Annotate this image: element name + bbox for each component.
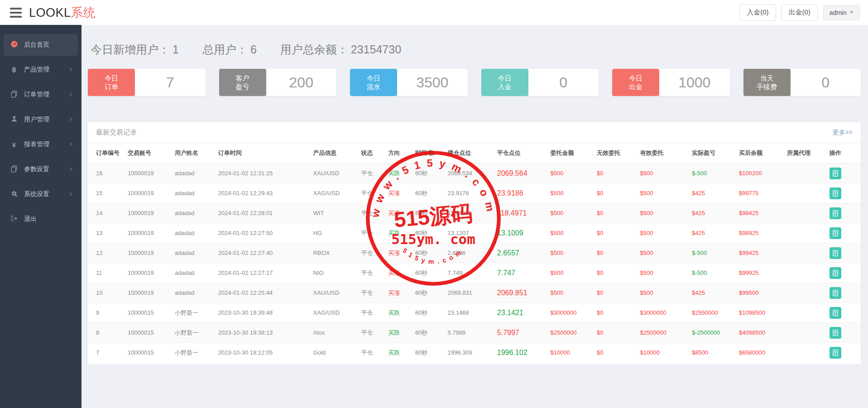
row-detail-button[interactable] — [830, 207, 841, 219]
cell-product: Atos — [311, 323, 359, 343]
row-detail-button[interactable] — [830, 307, 841, 319]
sidebar-item[interactable]: 退出 — [4, 208, 78, 230]
latest-trades-panel: 最新交易记录 更多>> 订单编号 交易账号 用户姓名 订单时间 — [88, 122, 861, 365]
sidebar-item-label: 订单管理 — [24, 91, 49, 99]
hamburger-menu-icon[interactable] — [10, 8, 22, 18]
stat-card-value: 3500 — [397, 69, 468, 96]
cell-agent — [784, 163, 827, 183]
col-header: 状态 — [358, 143, 385, 163]
row-detail-button[interactable] — [830, 247, 841, 259]
cell-close-point: 23.9186 — [494, 183, 548, 203]
logo-text-black: LOOKL — [29, 6, 71, 19]
sidebar-item[interactable]: 用户管理 — [4, 109, 78, 130]
admin-dropdown[interactable]: admin — [823, 5, 860, 20]
sidebar-item[interactable]: 参数设置 — [4, 158, 78, 180]
chevron-right-icon — [68, 66, 73, 73]
cell-invalid-entrust: $0 — [594, 303, 638, 323]
cell-duration: 60秒 — [412, 303, 445, 323]
admin-username: admin — [830, 9, 847, 16]
cell-close-point: 1996.102 — [494, 343, 548, 363]
stat-cards: 今日订单 7 客户盈亏 200 今日流水 3500 今日入金 0 今日出金 10… — [88, 69, 861, 96]
cell-account: 10000019 — [125, 163, 172, 183]
chevron-right-icon — [68, 91, 73, 98]
col-header: 交易账号 — [125, 143, 172, 163]
cell-direction: 买涨 — [385, 263, 412, 283]
cell-profit: $425 — [689, 223, 736, 243]
dashboard-icon — [9, 40, 19, 49]
table-row: 13 10000019 adadad 2024-01-02 12:27:50 H… — [88, 223, 861, 243]
table-row: 9 10000015 小野新一 2023-10-30 19:39:48 XAG/… — [88, 303, 861, 323]
sidebar-item-label: 退出 — [24, 215, 37, 223]
stat-card: 今日入金 0 — [481, 69, 599, 96]
cell-status: 平仓 — [358, 323, 385, 343]
col-header: 订单时间 — [216, 143, 311, 163]
table-row: 8 10000015 小野新一 2023-10-30 19:38:13 Atos… — [88, 323, 861, 343]
cell-valid-entrust: $2500000 — [638, 323, 689, 343]
cell-entrust-amount: $500 — [548, 283, 594, 303]
cell-actions — [827, 223, 861, 243]
cell-invalid-entrust: $0 — [594, 263, 638, 283]
cell-balance: $99775 — [736, 183, 784, 203]
cell-duration: 60秒 — [412, 223, 445, 243]
row-detail-button[interactable] — [830, 287, 841, 299]
cell-status: 平仓 — [358, 163, 385, 183]
withdraw-button[interactable]: 出金(0) — [782, 4, 818, 21]
cell-agent — [784, 343, 827, 363]
cell-valid-entrust: $500 — [638, 223, 689, 243]
cell-valid-entrust: $500 — [638, 243, 689, 263]
sidebar-item[interactable]: ฿ 产品管理 — [4, 59, 78, 81]
cell-close-point: 5.7997 — [494, 323, 548, 343]
row-detail-button[interactable] — [830, 227, 841, 239]
main-content: 今日新增用户：1 总用户：6 用户总余额：23154730 今日订单 7 客户盈… — [82, 25, 868, 408]
row-detail-button[interactable] — [830, 187, 841, 199]
sidebar-item[interactable]: 系统设置 — [4, 183, 78, 205]
cell-actions — [827, 303, 861, 323]
cell-order-time: 2024-01-02 12:27:50 — [216, 223, 311, 243]
sidebar-item[interactable]: ¥ 报表管理 — [4, 134, 78, 155]
cell-open-point: 7.749 — [445, 263, 494, 283]
stat-card-value: 1000 — [659, 69, 730, 96]
table-row: 16 10000019 adadad 2024-01-02 12:31:25 X… — [88, 163, 861, 183]
orders-icon — [9, 91, 19, 99]
sidebar-item[interactable]: 订单管理 — [4, 84, 78, 106]
cell-valid-entrust: $500 — [638, 183, 689, 203]
cell-product: RBOX — [311, 243, 359, 263]
document-lines-icon — [832, 309, 839, 317]
cell-order-id: 10 — [88, 283, 125, 303]
cell-agent — [784, 283, 827, 303]
col-header: 无效委托 — [594, 143, 638, 163]
cell-agent — [784, 303, 827, 323]
deposit-button[interactable]: 入金(0) — [739, 4, 776, 21]
cell-valid-entrust: $500 — [638, 263, 689, 283]
row-detail-button[interactable] — [830, 327, 841, 339]
cell-balance: $98925 — [736, 223, 784, 243]
document-lines-icon — [832, 269, 839, 277]
more-link[interactable]: 更多>> — [833, 129, 853, 137]
table-body: 16 10000019 adadad 2024-01-02 12:31:25 X… — [88, 163, 861, 363]
cell-order-time: 2024-01-02 12:31:25 — [216, 163, 311, 183]
cell-duration: 60秒 — [412, 343, 445, 363]
sidebar-item-label: 报表管理 — [24, 140, 49, 149]
chevron-right-icon — [68, 191, 73, 198]
row-detail-button[interactable] — [830, 267, 841, 279]
row-detail-button[interactable] — [830, 347, 841, 359]
cell-direction: 买跌 — [385, 303, 412, 323]
cell-duration: 60秒 — [412, 243, 445, 263]
cell-invalid-entrust: $0 — [594, 163, 638, 183]
sidebar-item[interactable]: 后台首页 — [4, 34, 78, 56]
cell-status: 平仓 — [358, 203, 385, 223]
cell-duration: 60秒 — [412, 183, 445, 203]
sidebar-item-label: 产品管理 — [24, 66, 49, 74]
stat-card: 今日流水 3500 — [350, 69, 468, 96]
row-detail-button[interactable] — [830, 168, 841, 179]
cell-entrust-amount: $500 — [548, 223, 594, 243]
cell-duration: 60秒 — [412, 263, 445, 283]
cell-valid-entrust: $3000000 — [638, 303, 689, 323]
logout-icon — [9, 215, 19, 223]
cell-invalid-entrust: $0 — [594, 203, 638, 223]
cell-agent — [784, 243, 827, 263]
cell-actions — [827, 323, 861, 343]
cell-order-time: 2023-10-30 19:39:48 — [216, 303, 311, 323]
cell-open-point: 23.9176 — [445, 183, 494, 203]
cell-product: XAU/USD — [311, 163, 359, 183]
